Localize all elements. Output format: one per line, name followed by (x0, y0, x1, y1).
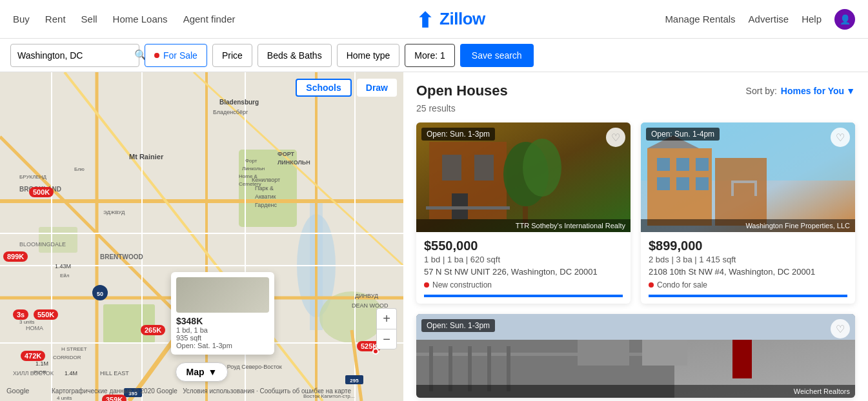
map-toggle-button[interactable]: Map ▼ (176, 362, 228, 382)
listing-card-3[interactable]: Open: Sun. 1-3pm ♡ Weichert Realtors (416, 314, 855, 398)
tag-dot-2 (649, 282, 654, 288)
header: Buy Rent Sell Home Loans Agent finder Zi… (0, 0, 868, 39)
map-zoom-controls: + − (376, 308, 397, 349)
for-sale-label: For Sale (163, 50, 197, 61)
card-body-2: $899,000 2 bds | 3 ba | 1 415 sqft 2108 … (641, 232, 855, 304)
tag-text-1: New construction (432, 280, 492, 289)
zoom-in-button[interactable]: + (376, 308, 397, 329)
nav-sell[interactable]: Sell (81, 14, 97, 24)
svg-text:ДИНВУД: ДИНВУД (355, 293, 378, 299)
svg-rect-4 (103, 304, 155, 343)
svg-rect-71 (442, 155, 461, 181)
map-section: 50 395 295 BROOKLAND BLOOMINGDALE BRENTW… (0, 72, 403, 401)
card-body-1: $550,000 1 bd | 1 ba | 620 sqft 57 N St … (416, 232, 631, 304)
price-button[interactable]: Price (212, 44, 252, 67)
location-search-input[interactable] (17, 50, 130, 61)
nav-home-loans[interactable]: Home Loans (113, 14, 168, 24)
main-content: 50 395 295 BROOKLAND BLOOMINGDALE BRENTW… (0, 72, 868, 401)
svg-rect-86 (676, 177, 689, 190)
beds-baths-label: Beds & Baths (267, 50, 322, 61)
sort-value-text: Homes for You (781, 86, 844, 96)
card-address-2: 2108 10th St NW #4, Washington, DC 20001 (649, 267, 847, 277)
svg-text:Home &: Home & (239, 173, 258, 179)
map-pin-359k[interactable]: 359K (102, 395, 126, 401)
svg-rect-90 (731, 183, 734, 196)
save-search-button[interactable]: Save search (460, 44, 534, 67)
card-bottom-bar-2 (649, 295, 847, 297)
svg-text:295: 295 (350, 378, 359, 384)
svg-point-75 (523, 139, 561, 197)
schools-button[interactable]: Schools (296, 79, 351, 97)
save-search-label: Save search (472, 50, 522, 61)
map-toggle[interactable]: Map ▼ (176, 362, 228, 382)
help-link[interactable]: Help (802, 14, 822, 24)
svg-text:H STREET: H STREET (61, 346, 87, 352)
map-pin-899k[interactable]: 899K (3, 251, 28, 262)
map-pin-3s[interactable]: 3s (13, 309, 28, 320)
map-pin-472k[interactable]: 472K (21, 351, 45, 361)
card-details-1: 1 bd | 1 ba | 620 sqft (424, 255, 623, 264)
svg-rect-83 (676, 158, 689, 171)
svg-text:1.43M: 1.43M (55, 263, 71, 269)
for-sale-dot (154, 53, 159, 58)
nav-buy[interactable]: Buy (13, 14, 30, 24)
more-label: More: 1 (414, 50, 445, 61)
svg-text:BLOOMINGDALE: BLOOMINGDALE (19, 241, 66, 248)
logo[interactable]: Zillow (415, 9, 485, 30)
svg-text:БРУКЛЕНД: БРУКЛЕНД (19, 174, 47, 180)
more-button[interactable]: More: 1 (405, 44, 454, 67)
svg-rect-6 (39, 227, 77, 253)
price-label: Price (222, 50, 243, 61)
card-tag-1: New construction (424, 280, 623, 289)
results-title: Open Houses (416, 83, 508, 99)
results-panel: Open Houses Sort by: Homes for You ▼ 25 … (403, 72, 868, 401)
svg-text:Mt Rainier: Mt Rainier (129, 153, 164, 161)
avatar[interactable]: 👤 (834, 9, 855, 30)
svg-text:Бладенсбёрг: Бладенсбёрг (213, 109, 248, 115)
cards-grid: Open: Sun. 1-3pm ♡ TTR Sotheby's Interna… (416, 122, 855, 398)
sort-chevron-icon: ▼ (846, 86, 855, 96)
zoom-out-button[interactable]: − (376, 329, 397, 349)
svg-text:Bladensburg: Bladensburg (219, 99, 259, 106)
location-search-wrap[interactable]: 🔍 (10, 44, 139, 67)
listing-card-1[interactable]: Open: Sun. 1-3pm ♡ TTR Sotheby's Interna… (416, 122, 631, 304)
svg-text:3 units: 3 units (19, 319, 35, 325)
svg-text:Линкольн: Линкольн (242, 166, 265, 171)
map-overlay-buttons: Schools Draw (296, 79, 397, 97)
map-popup-image (176, 277, 269, 313)
advertise-link[interactable]: Advertise (749, 14, 789, 24)
map-popup-details: 1 bd, 1 ba (176, 326, 269, 334)
map-pin-265k[interactable]: 265K (141, 325, 165, 335)
card-image-1: Open: Sun. 1-3pm ♡ TTR Sotheby's Interna… (416, 122, 631, 232)
nav-agent-finder[interactable]: Agent finder (183, 14, 236, 24)
card-heart-1[interactable]: ♡ (606, 128, 625, 147)
svg-rect-85 (657, 177, 670, 190)
svg-text:1.1M: 1.1M (35, 360, 48, 367)
svg-text:ФОРТ: ФОРТ (278, 151, 295, 157)
nav-rent[interactable]: Rent (45, 14, 66, 24)
sort-value[interactable]: Homes for You ▼ (781, 86, 855, 96)
svg-rect-72 (474, 155, 494, 181)
svg-text:НОМА: НОМА (26, 325, 43, 331)
map-attribution: Картографические данные © 2020 Google Ус… (52, 387, 351, 395)
results-header: Open Houses Sort by: Homes for You ▼ (416, 83, 855, 99)
draw-button[interactable]: Draw (357, 79, 397, 97)
card-heart-2[interactable]: ♡ (831, 128, 850, 147)
card-price-1: $550,000 (424, 239, 623, 253)
for-sale-button[interactable]: For Sale (145, 44, 207, 67)
svg-rect-91 (754, 183, 757, 196)
card-heart-3[interactable]: ♡ (831, 319, 850, 338)
svg-text:Ейл: Ейл (60, 273, 70, 279)
card-open-badge-1: Open: Sun. 1-3pm (421, 128, 495, 141)
tag-text-2: Condo for sale (657, 280, 707, 289)
beds-baths-button[interactable]: Beds & Baths (257, 44, 332, 67)
map-pin-500k[interactable]: 500K (29, 187, 54, 197)
home-type-button[interactable]: Home type (337, 44, 400, 67)
manage-rentals-link[interactable]: Manage Rentals (665, 14, 735, 24)
map-pin-550k[interactable]: 550K (34, 309, 58, 320)
search-bar: 🔍 For Sale Price Beds & Baths Home type … (0, 39, 868, 72)
map-popup[interactable]: $348K 1 bd, 1 ba 935 sqft Open: Sat. 1-3… (171, 272, 274, 355)
listing-card-2[interactable]: Open: Sun. 1-4pm ♡ Washington Fine Prope… (641, 122, 855, 304)
card-open-badge-3: Open: Sun. 1-3pm (421, 319, 495, 332)
svg-rect-103 (732, 340, 752, 378)
